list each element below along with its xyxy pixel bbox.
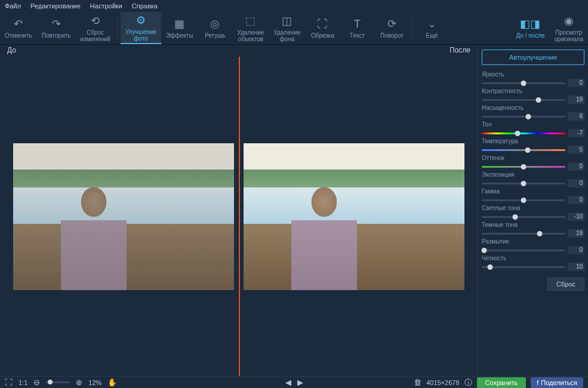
slider-value[interactable]: 0 [568,246,584,254]
save-button[interactable]: Сохранить [477,377,527,388]
slider-track[interactable] [482,116,565,118]
slider-value[interactable]: 0 [568,196,584,204]
slider-track[interactable] [482,250,565,251]
before-after-header: До После [0,45,478,57]
zoom-slider[interactable] [46,381,70,383]
slider-track[interactable] [482,183,565,184]
share-button[interactable]: fПоделиться [531,377,583,388]
slider-thumb[interactable] [525,147,531,153]
scissors-icon: ◫ [282,14,292,27]
facebook-icon: f [537,379,538,386]
slider-thumb[interactable] [521,198,527,203]
slider-thumb[interactable] [482,248,487,253]
zoom-in-icon[interactable]: ⊕ [76,378,82,387]
slider-thumb[interactable] [521,81,527,86]
object-removal-button[interactable]: ⬚Удаление объектов [232,12,269,44]
trash-icon[interactable]: 🗑 [414,378,421,387]
hand-icon[interactable]: ✋ [107,378,117,387]
view-original-button[interactable]: ◉Просмотр оригинала [550,12,588,44]
info-icon[interactable]: ⓘ [464,377,472,388]
menubar: Файл Редактирование Настройки Справка [0,0,588,12]
slider-value[interactable]: 0 [568,179,584,187]
fullscreen-icon[interactable]: ⛶ [5,378,13,387]
slider-Тон: Тон-7 [482,121,584,137]
slider-label: Яркость [482,71,584,78]
before-panel [8,57,239,376]
slider-value[interactable]: -10 [568,213,584,221]
toolbar: ↶Отменить ↷Повторить ⟲Сброс изменений ⚙У… [0,12,588,45]
slider-value[interactable]: 5 [568,146,584,154]
slider-value[interactable]: 19 [568,229,584,238]
slider-value[interactable]: 0 [568,162,584,171]
dimensions-label: 4015×2678 [426,379,459,386]
compare-icon: ◧◨ [520,17,540,30]
slider-thumb[interactable] [513,214,518,220]
undo-icon: ↶ [14,17,23,30]
reset-icon: ⟲ [91,14,100,27]
compare-divider[interactable] [239,57,240,376]
slider-Гамма: Гамма0 [482,188,584,204]
undo-button[interactable]: ↶Отменить [0,12,37,44]
menu-help[interactable]: Справка [132,2,158,10]
crop-button[interactable]: ⛶Обрезка [305,12,340,44]
separator [118,17,118,39]
slider-thumb[interactable] [521,181,527,186]
effects-button[interactable]: ▦Эффекты [161,12,198,44]
reset-changes-button[interactable]: ⟲Сброс изменений [76,12,115,44]
slider-thumb[interactable] [521,164,527,170]
menu-edit[interactable]: Редактирование [30,2,81,10]
eye-icon: ◉ [564,14,574,27]
before-after-button[interactable]: ◧◨До / после [511,12,549,44]
slider-Четкость: Четкость10 [482,255,584,271]
slider-track[interactable] [482,82,565,84]
slider-value[interactable]: 0 [568,79,584,87]
enhance-button[interactable]: ⚙Улучшение фото [121,12,161,44]
canvas-area: До После [0,45,478,376]
slider-track[interactable] [482,199,565,201]
slider-track[interactable] [482,149,565,151]
slider-thumb[interactable] [536,97,541,103]
zoom-out-icon[interactable]: ⊖ [33,378,40,387]
after-image[interactable] [244,143,464,290]
eraser-icon: ⬚ [245,14,255,27]
slider-value[interactable]: 6 [568,112,584,121]
before-image[interactable] [13,143,234,290]
auto-enhance-button[interactable]: Автоулучшение [482,50,584,65]
nav-controls: ◀ ▶ [285,378,303,387]
next-icon[interactable]: ▶ [297,378,303,387]
text-button[interactable]: TТекст [340,12,374,44]
menu-settings[interactable]: Настройки [90,2,122,10]
slider-track[interactable] [482,266,565,268]
slider-value[interactable]: -7 [568,129,584,137]
slider-thumb[interactable] [515,131,521,136]
before-label: До [7,46,16,56]
sliders-icon: ⚙ [136,14,146,27]
slider-thumb[interactable] [526,114,531,119]
slider-track[interactable] [482,99,565,101]
retouch-button[interactable]: ◎Ретушь [198,12,232,44]
slider-thumb[interactable] [537,231,542,236]
slider-Темные тона: Темные тона19 [482,221,584,238]
menu-file[interactable]: Файл [5,2,21,10]
slider-track[interactable] [482,166,565,168]
slider-label: Тон [482,121,584,128]
slider-track[interactable] [482,216,565,218]
slider-label: Экспозиция [482,171,584,178]
slider-value[interactable]: 18 [568,96,584,104]
slider-Экспозиция: Экспозиция0 [482,171,584,187]
slider-Температура: Температура5 [482,138,584,154]
slider-value[interactable]: 10 [568,263,584,271]
fit-label[interactable]: 1:1 [19,379,27,386]
rotate-button[interactable]: ⟳Поворот [374,12,409,44]
slider-label: Темные тона [482,221,584,228]
redo-button[interactable]: ↷Повторить [37,12,76,44]
slider-Светлые тона: Светлые тона-10 [482,205,584,221]
reset-button[interactable]: Сброс [547,278,584,291]
slider-track[interactable] [482,233,565,235]
slider-track[interactable] [482,133,565,134]
slider-thumb[interactable] [488,264,493,270]
more-button[interactable]: ⌄Ещё [414,12,449,44]
bg-removal-button[interactable]: ◫Удаление фона [269,12,305,44]
slider-label: Оттенок [482,155,584,161]
prev-icon[interactable]: ◀ [285,378,291,387]
